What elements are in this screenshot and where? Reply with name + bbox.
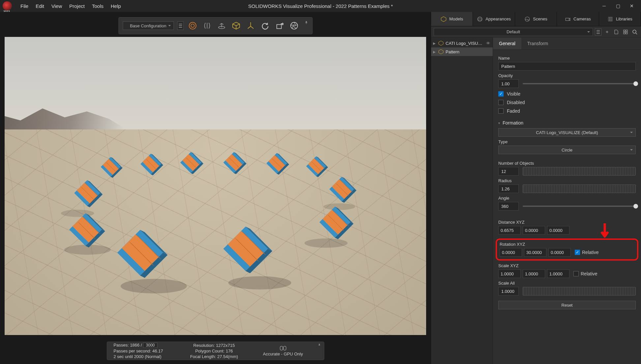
tree-item-cati-logo[interactable]: ▶ CATI Logo_VISUAL... 👁 — [431, 39, 493, 47]
tab-cameras[interactable]: Cameras — [557, 12, 599, 26]
grid-icon[interactable] — [622, 28, 629, 36]
angle-slider[interactable] — [523, 206, 636, 207]
rotation-relative-checkbox[interactable] — [575, 250, 580, 255]
svg-rect-16 — [566, 18, 569, 21]
tab-libraries[interactable]: Libraries — [599, 12, 641, 26]
turntable-icon[interactable] — [216, 20, 227, 31]
pin-icon[interactable] — [304, 21, 308, 25]
panel-tabs: Models Appearances Scenes Cameras Librar… — [431, 12, 641, 26]
focal-length: Focal Length: 27.54(mm) — [180, 354, 249, 359]
visibility-icon[interactable]: 👁 — [486, 41, 491, 46]
annotation-arrow — [598, 223, 611, 239]
formation-header[interactable]: Formation — [498, 120, 636, 126]
axis-icon[interactable] — [245, 20, 256, 31]
svg-rect-17 — [608, 17, 609, 21]
rotation-z-input[interactable] — [548, 248, 571, 257]
new-file-icon[interactable] — [613, 28, 620, 36]
render-viewport[interactable] — [5, 37, 426, 335]
render-mode-icon[interactable] — [187, 20, 198, 31]
numobj-scrubber[interactable] — [523, 167, 636, 176]
scale-relative-checkbox[interactable] — [573, 271, 579, 276]
status-bar: Passes: 1866 / 3000 Passes per second: 4… — [107, 342, 324, 360]
tab-models[interactable]: Models — [431, 12, 473, 26]
aperture-icon[interactable] — [288, 20, 300, 31]
split-view-icon[interactable] — [201, 20, 213, 31]
svg-rect-3 — [277, 25, 281, 29]
svg-rect-19 — [611, 17, 612, 21]
angle-input[interactable] — [498, 202, 519, 210]
passes-total-input[interactable]: 3000 — [143, 343, 158, 348]
add-icon[interactable]: ＋ — [603, 28, 611, 36]
opacity-input[interactable] — [498, 79, 519, 88]
minimize-button[interactable]: ─ — [597, 1, 611, 11]
distance-y-input[interactable] — [523, 226, 545, 235]
properties-panel: Models Appearances Scenes Cameras Librar… — [431, 12, 641, 364]
default-dropdown[interactable]: Default — [434, 28, 593, 36]
window-controls: ─ ▢ ✕ — [597, 1, 638, 11]
menu-view[interactable]: View — [51, 3, 62, 9]
svg-rect-12 — [283, 346, 286, 350]
model-cube-icon[interactable] — [230, 20, 242, 31]
tree-item-pattern[interactable]: ▶ Pattern — [431, 47, 493, 56]
tab-general[interactable]: General — [493, 38, 521, 49]
svg-point-6 — [228, 276, 291, 289]
svg-point-14 — [478, 18, 482, 20]
name-input[interactable] — [498, 62, 636, 70]
refresh-icon[interactable] — [259, 20, 271, 31]
passes-per-second: Passes per second: 46.17 — [114, 349, 180, 353]
distance-z-input[interactable] — [547, 226, 569, 235]
tab-scenes[interactable]: Scenes — [515, 12, 557, 26]
properties-column: General Transform Name Opacity Visible D… — [493, 38, 641, 364]
scaleall-label: Scale All — [498, 281, 636, 286]
rotation-x-input[interactable] — [500, 248, 522, 257]
angle-label: Angle — [498, 196, 636, 201]
radius-label: Radius — [498, 178, 636, 183]
scale-label: Scale XYZ — [498, 263, 636, 268]
title-bar: 2022 File Edit View Project Tools Help S… — [0, 0, 641, 12]
rotation-y-input[interactable] — [524, 248, 546, 257]
radius-input[interactable] — [498, 184, 519, 193]
scale-y-input[interactable] — [523, 269, 545, 278]
scale-x-input[interactable] — [498, 269, 521, 278]
svg-point-0 — [189, 22, 196, 29]
distance-x-input[interactable] — [498, 226, 521, 235]
model-tree: ▶ CATI Logo_VISUAL... 👁 ▶ Pattern — [431, 38, 493, 364]
gpu-icon — [279, 346, 287, 351]
viewport-toolbar: Base Configuration — [118, 17, 312, 34]
maximize-button[interactable]: ▢ — [611, 1, 625, 11]
scale-z-input[interactable] — [547, 269, 569, 278]
radius-scrubber[interactable] — [523, 184, 636, 193]
menu-help[interactable]: Help — [111, 3, 121, 9]
search-icon[interactable] — [631, 28, 638, 36]
numobj-input[interactable] — [498, 167, 519, 176]
svg-rect-20 — [624, 30, 625, 32]
distance-label: Distance XYZ — [498, 220, 636, 225]
sub-toolbar: Default ＋ — [431, 26, 641, 38]
list-view-button[interactable] — [177, 21, 184, 30]
opacity-slider[interactable] — [523, 83, 636, 84]
scaleall-input[interactable] — [498, 287, 519, 295]
svg-point-5 — [121, 279, 187, 294]
type-dropdown[interactable]: Circle — [498, 146, 636, 154]
menu-edit[interactable]: Edit — [36, 3, 44, 9]
faded-checkbox[interactable] — [498, 108, 504, 114]
configuration-dropdown[interactable]: Base Configuration — [123, 21, 174, 30]
numobj-label: Number of Objects — [498, 161, 636, 166]
status-pin-icon[interactable] — [317, 343, 321, 347]
tab-appearances[interactable]: Appearances — [473, 12, 515, 26]
tab-transform[interactable]: Transform — [521, 38, 554, 49]
svg-rect-21 — [626, 30, 627, 32]
visible-checkbox[interactable] — [498, 91, 504, 97]
scaleall-scrubber[interactable] — [523, 287, 636, 295]
menu-project[interactable]: Project — [69, 3, 85, 9]
reset-button[interactable]: Reset — [498, 301, 636, 309]
sub-list-button[interactable] — [595, 28, 601, 36]
menu-file[interactable]: File — [20, 3, 28, 9]
svg-point-13 — [478, 17, 482, 21]
close-button[interactable]: ✕ — [625, 1, 638, 11]
disabled-checkbox[interactable] — [498, 100, 504, 105]
svg-point-10 — [323, 203, 355, 210]
formation-dropdown[interactable]: CATI Logo_VISUALIZE (Default) — [498, 128, 636, 137]
export-icon[interactable] — [274, 20, 285, 31]
menu-tools[interactable]: Tools — [92, 3, 103, 9]
